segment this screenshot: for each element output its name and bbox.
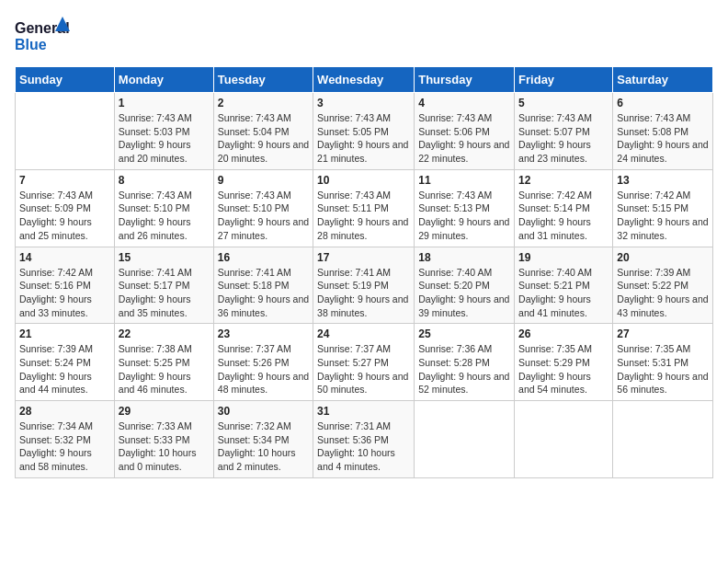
- day-info: Sunrise: 7:39 AMSunset: 5:24 PMDaylight:…: [19, 342, 110, 396]
- day-number: 10: [317, 174, 410, 187]
- day-info: Sunrise: 7:43 AMSunset: 5:06 PMDaylight:…: [418, 111, 510, 166]
- sunrise-text: Sunrise: 7:43 AM: [418, 111, 510, 125]
- day-info: Sunrise: 7:31 AMSunset: 5:36 PMDaylight:…: [317, 419, 410, 474]
- day-cell: 17Sunrise: 7:41 AMSunset: 5:19 PMDayligh…: [313, 247, 415, 324]
- sunrise-text: Sunrise: 7:43 AM: [119, 189, 210, 202]
- day-number: 17: [317, 251, 410, 264]
- sunset-text: Sunset: 5:15 PM: [617, 201, 709, 215]
- header-row: SundayMondayTuesdayWednesdayThursdayFrid…: [16, 67, 713, 93]
- day-number: 12: [518, 174, 609, 187]
- sunrise-text: Sunrise: 7:33 AM: [119, 419, 210, 433]
- day-info: Sunrise: 7:40 AMSunset: 5:20 PMDaylight:…: [418, 266, 510, 320]
- day-cell: 9Sunrise: 7:43 AMSunset: 5:10 PMDaylight…: [213, 169, 313, 247]
- day-info: Sunrise: 7:41 AMSunset: 5:18 PMDaylight:…: [218, 266, 309, 320]
- logo-icon: General Blue: [15, 15, 70, 55]
- day-number: 19: [518, 251, 609, 264]
- day-info: Sunrise: 7:43 AMSunset: 5:07 PMDaylight:…: [518, 111, 609, 166]
- day-cell: 22Sunrise: 7:38 AMSunset: 5:25 PMDayligh…: [114, 324, 213, 401]
- daylight-text: Daylight: 9 hours and 22 minutes.: [418, 138, 510, 165]
- sunrise-text: Sunrise: 7:41 AM: [119, 266, 210, 280]
- daylight-text: Daylight: 9 hours and 24 minutes.: [617, 138, 709, 165]
- day-cell: 7Sunrise: 7:43 AMSunset: 5:09 PMDaylight…: [16, 169, 115, 247]
- week-row-3: 14Sunrise: 7:42 AMSunset: 5:16 PMDayligh…: [16, 247, 713, 324]
- day-info: Sunrise: 7:35 AMSunset: 5:29 PMDaylight:…: [518, 342, 609, 396]
- sunrise-text: Sunrise: 7:40 AM: [418, 266, 510, 280]
- day-cell: 10Sunrise: 7:43 AMSunset: 5:11 PMDayligh…: [313, 169, 415, 247]
- calendar-table: SundayMondayTuesdayWednesdayThursdayFrid…: [15, 66, 713, 478]
- daylight-text: Daylight: 9 hours and 38 minutes.: [317, 293, 410, 319]
- sunrise-text: Sunrise: 7:43 AM: [317, 189, 410, 202]
- sunset-text: Sunset: 5:06 PM: [418, 125, 510, 139]
- day-cell: 14Sunrise: 7:42 AMSunset: 5:16 PMDayligh…: [16, 247, 115, 324]
- sunset-text: Sunset: 5:31 PM: [617, 356, 709, 370]
- week-row-5: 28Sunrise: 7:34 AMSunset: 5:32 PMDayligh…: [16, 401, 713, 478]
- day-number: 6: [617, 97, 709, 109]
- sunrise-text: Sunrise: 7:40 AM: [518, 266, 609, 280]
- day-info: Sunrise: 7:41 AMSunset: 5:19 PMDaylight:…: [317, 266, 410, 320]
- daylight-text: Daylight: 9 hours and 39 minutes.: [418, 293, 510, 319]
- daylight-text: Daylight: 9 hours and 33 minutes.: [19, 293, 110, 319]
- day-number: 28: [19, 405, 110, 418]
- day-number: 18: [418, 251, 510, 264]
- day-cell: [613, 401, 713, 478]
- daylight-text: Daylight: 9 hours and 25 minutes.: [19, 215, 110, 242]
- daylight-text: Daylight: 9 hours and 48 minutes.: [218, 370, 309, 396]
- daylight-text: Daylight: 9 hours and 50 minutes.: [317, 370, 410, 396]
- day-info: Sunrise: 7:43 AMSunset: 5:04 PMDaylight:…: [218, 111, 309, 166]
- week-row-1: 1Sunrise: 7:43 AMSunset: 5:03 PMDaylight…: [16, 93, 713, 170]
- header-cell-monday: Monday: [114, 67, 213, 93]
- day-info: Sunrise: 7:37 AMSunset: 5:26 PMDaylight:…: [218, 342, 309, 396]
- day-cell: 29Sunrise: 7:33 AMSunset: 5:33 PMDayligh…: [114, 401, 213, 478]
- day-number: 21: [19, 327, 110, 340]
- daylight-text: Daylight: 9 hours and 46 minutes.: [119, 370, 210, 396]
- sunrise-text: Sunrise: 7:38 AM: [119, 342, 210, 356]
- day-number: 4: [418, 97, 510, 109]
- sunset-text: Sunset: 5:16 PM: [19, 279, 110, 293]
- day-info: Sunrise: 7:40 AMSunset: 5:21 PMDaylight:…: [518, 266, 609, 320]
- day-number: 31: [317, 405, 410, 418]
- week-row-2: 7Sunrise: 7:43 AMSunset: 5:09 PMDaylight…: [16, 169, 713, 247]
- day-cell: 26Sunrise: 7:35 AMSunset: 5:29 PMDayligh…: [515, 324, 613, 401]
- sunrise-text: Sunrise: 7:41 AM: [218, 266, 309, 280]
- day-cell: 5Sunrise: 7:43 AMSunset: 5:07 PMDaylight…: [515, 93, 613, 170]
- daylight-text: Daylight: 10 hours and 4 minutes.: [317, 446, 410, 473]
- day-cell: 13Sunrise: 7:42 AMSunset: 5:15 PMDayligh…: [613, 169, 713, 247]
- day-cell: 27Sunrise: 7:35 AMSunset: 5:31 PMDayligh…: [613, 324, 713, 401]
- sunrise-text: Sunrise: 7:35 AM: [617, 342, 709, 356]
- day-number: 29: [119, 405, 210, 418]
- day-number: 24: [317, 327, 410, 340]
- daylight-text: Daylight: 9 hours and 26 minutes.: [119, 215, 210, 242]
- sunset-text: Sunset: 5:26 PM: [218, 356, 309, 370]
- sunrise-text: Sunrise: 7:37 AM: [317, 342, 410, 356]
- day-cell: 12Sunrise: 7:42 AMSunset: 5:14 PMDayligh…: [515, 169, 613, 247]
- day-cell: 8Sunrise: 7:43 AMSunset: 5:10 PMDaylight…: [114, 169, 213, 247]
- sunset-text: Sunset: 5:22 PM: [617, 279, 709, 293]
- day-cell: 30Sunrise: 7:32 AMSunset: 5:34 PMDayligh…: [213, 401, 313, 478]
- svg-text:Blue: Blue: [15, 37, 47, 52]
- header-cell-tuesday: Tuesday: [213, 67, 313, 93]
- day-number: 22: [119, 327, 210, 340]
- sunrise-text: Sunrise: 7:36 AM: [418, 342, 510, 356]
- day-info: Sunrise: 7:42 AMSunset: 5:16 PMDaylight:…: [19, 266, 110, 320]
- sunset-text: Sunset: 5:28 PM: [418, 356, 510, 370]
- daylight-text: Daylight: 9 hours and 31 minutes.: [518, 215, 609, 242]
- day-number: 30: [218, 405, 309, 418]
- day-info: Sunrise: 7:43 AMSunset: 5:10 PMDaylight:…: [119, 189, 210, 243]
- day-cell: 19Sunrise: 7:40 AMSunset: 5:21 PMDayligh…: [515, 247, 613, 324]
- day-info: Sunrise: 7:34 AMSunset: 5:32 PMDaylight:…: [19, 419, 110, 474]
- day-number: 3: [317, 97, 410, 109]
- day-number: 23: [218, 327, 309, 340]
- daylight-text: Daylight: 9 hours and 29 minutes.: [418, 215, 510, 242]
- daylight-text: Daylight: 9 hours and 43 minutes.: [617, 293, 709, 319]
- day-cell: 24Sunrise: 7:37 AMSunset: 5:27 PMDayligh…: [313, 324, 415, 401]
- daylight-text: Daylight: 9 hours and 52 minutes.: [418, 370, 510, 396]
- day-cell: 15Sunrise: 7:41 AMSunset: 5:17 PMDayligh…: [114, 247, 213, 324]
- daylight-text: Daylight: 9 hours and 36 minutes.: [218, 293, 309, 319]
- day-number: 26: [518, 327, 609, 340]
- sunrise-text: Sunrise: 7:32 AM: [218, 419, 309, 433]
- day-number: 25: [418, 327, 510, 340]
- sunset-text: Sunset: 5:36 PM: [317, 433, 410, 447]
- sunset-text: Sunset: 5:04 PM: [218, 125, 309, 139]
- daylight-text: Daylight: 9 hours and 32 minutes.: [617, 215, 709, 242]
- day-info: Sunrise: 7:41 AMSunset: 5:17 PMDaylight:…: [119, 266, 210, 320]
